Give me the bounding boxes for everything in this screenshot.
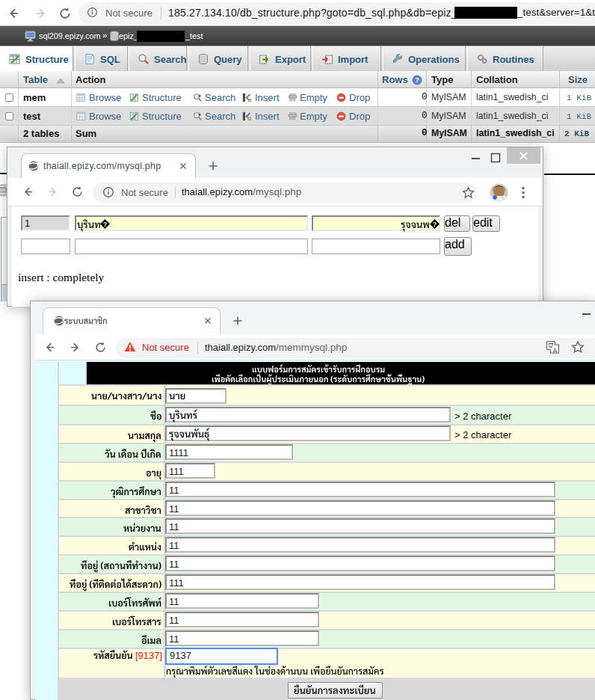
svg-text:?: ? [433,221,437,228]
svg-text:?: ? [415,76,419,84]
svg-text:?: ? [103,221,107,228]
